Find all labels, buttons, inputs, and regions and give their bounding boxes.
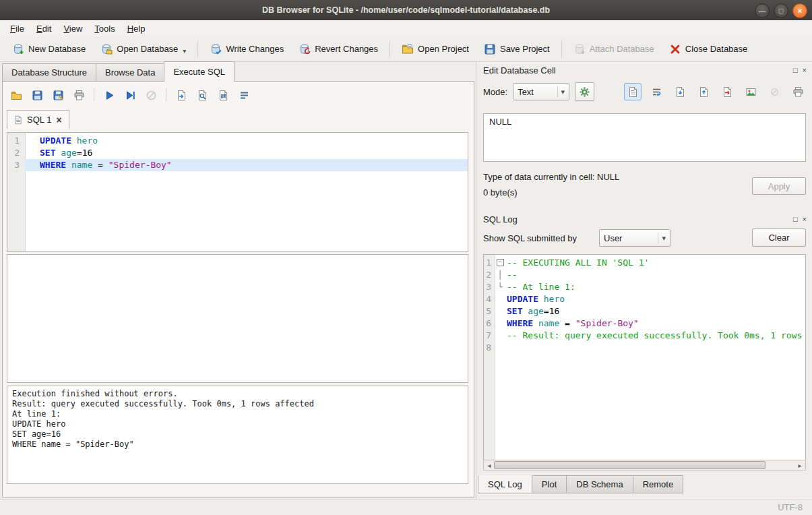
new-database-button[interactable]: New Database bbox=[5, 40, 92, 59]
code-text: -- EXECUTING ALL IN 'SQL 1' bbox=[505, 257, 805, 269]
text-mode-icon bbox=[627, 86, 639, 98]
float-icon[interactable]: □ bbox=[793, 215, 798, 224]
find-icon bbox=[196, 89, 208, 101]
menu-file[interactable]: File bbox=[4, 22, 30, 36]
toolbar-separator bbox=[166, 88, 166, 102]
fold-marker bbox=[495, 330, 505, 342]
bottom-tab-db-schema[interactable]: DB Schema bbox=[566, 475, 633, 493]
fold-marker[interactable]: − bbox=[495, 257, 505, 269]
cell-size-info: 0 byte(s) bbox=[483, 187, 518, 198]
code-line[interactable]: 4UPDATE hero bbox=[484, 293, 805, 305]
cell-value-editor[interactable]: NULL bbox=[483, 113, 806, 162]
export-text-button[interactable] bbox=[695, 83, 712, 100]
sql-file-tab[interactable]: SQL 1 × bbox=[7, 110, 69, 129]
execute-all-button[interactable] bbox=[100, 86, 119, 104]
results-grid[interactable] bbox=[7, 254, 468, 383]
execute-current-line-button[interactable] bbox=[121, 86, 139, 104]
word-wrap-button[interactable] bbox=[235, 86, 253, 104]
fold-marker bbox=[495, 293, 505, 305]
menu-help[interactable]: Help bbox=[121, 22, 152, 36]
export-text-icon bbox=[697, 86, 710, 98]
code-line[interactable]: 2SET age=16 bbox=[7, 147, 468, 159]
code-line[interactable]: 1−-- EXECUTING ALL IN 'SQL 1' bbox=[484, 257, 805, 269]
fold-marker bbox=[495, 342, 505, 354]
code-line[interactable]: 6WHERE name = "Spider-Boy" bbox=[484, 317, 805, 330]
open-database-button[interactable]: Open Database▾ bbox=[94, 40, 193, 59]
bottom-tab-remote[interactable]: Remote bbox=[633, 475, 684, 493]
fold-marker bbox=[495, 305, 505, 317]
close-icon[interactable]: × bbox=[803, 66, 807, 75]
line-number: 8 bbox=[484, 342, 495, 354]
menu-edit[interactable]: Edit bbox=[30, 22, 57, 36]
text-mode-button[interactable] bbox=[624, 83, 642, 100]
tab-close-icon[interactable]: × bbox=[55, 115, 62, 125]
log-filter-value: User bbox=[604, 233, 654, 243]
code-line[interactable]: 5SET age=16 bbox=[484, 305, 805, 317]
menu-tools[interactable]: Tools bbox=[88, 22, 121, 36]
export-results-icon bbox=[175, 89, 187, 101]
app-window: DB Browser for SQLite - /home/user/code/… bbox=[0, 0, 812, 515]
auto-switch-mode-button[interactable] bbox=[575, 82, 594, 101]
code-line[interactable]: 7-- Result: query executed successfully.… bbox=[484, 330, 805, 342]
scroll-left-icon[interactable]: ◂ bbox=[484, 462, 495, 469]
save-sql-file-button[interactable] bbox=[28, 86, 46, 104]
tab-database-structure[interactable]: Database Structure bbox=[2, 63, 96, 82]
print-button[interactable] bbox=[69, 86, 88, 104]
code-line[interactable]: 8 bbox=[484, 342, 805, 354]
close-database-button[interactable]: Close Database bbox=[662, 40, 755, 59]
print-cell-button[interactable] bbox=[789, 83, 807, 100]
bottom-tab-plot[interactable]: Plot bbox=[532, 475, 567, 493]
line-number: 6 bbox=[484, 317, 495, 330]
window-close-icon[interactable]: × bbox=[792, 3, 807, 18]
window-controls: — □ × bbox=[755, 3, 807, 18]
close-database-icon bbox=[669, 43, 681, 55]
sql-editor[interactable]: 1UPDATE hero2SET age=163WHERE name = "Sp… bbox=[7, 132, 468, 252]
find-button[interactable] bbox=[193, 86, 212, 104]
execution-message[interactable]: Execution finished without errors. Resul… bbox=[7, 386, 468, 484]
save-sql-file-as-button[interactable] bbox=[49, 86, 67, 104]
clear-log-button[interactable]: Clear bbox=[752, 229, 806, 247]
save-cell-as-button[interactable] bbox=[718, 83, 736, 100]
float-icon[interactable]: □ bbox=[793, 66, 798, 75]
close-icon[interactable]: × bbox=[803, 215, 807, 224]
replace-button[interactable] bbox=[214, 86, 232, 104]
menu-view[interactable]: View bbox=[57, 22, 88, 36]
write-changes-button[interactable]: Write Changes bbox=[203, 40, 290, 59]
scrollbar-thumb[interactable] bbox=[494, 461, 766, 469]
line-number: 1 bbox=[484, 257, 495, 269]
code-line[interactable]: 3WHERE name = "Spider-Boy" bbox=[7, 159, 468, 171]
bottom-tab-sql-log[interactable]: SQL Log bbox=[478, 475, 532, 493]
menu-label: Edit bbox=[36, 24, 51, 34]
export-results-button[interactable] bbox=[172, 86, 191, 104]
open-project-button[interactable]: Open Project bbox=[395, 40, 476, 59]
word-wrap-cell-button[interactable] bbox=[648, 83, 665, 100]
dropdown-caret-icon[interactable]: ▾ bbox=[183, 47, 186, 55]
titlebar[interactable]: DB Browser for SQLite - /home/user/code/… bbox=[0, 0, 812, 20]
import-text-button[interactable] bbox=[671, 83, 689, 100]
code-line[interactable]: 3└-- At line 1: bbox=[484, 281, 805, 293]
open-sql-file-button[interactable] bbox=[7, 86, 26, 104]
horizontal-scrollbar[interactable]: ◂ ▸ bbox=[483, 460, 806, 471]
maximize-icon[interactable]: □ bbox=[774, 3, 788, 18]
tab-browse-data[interactable]: Browse Data bbox=[96, 63, 164, 82]
code-line[interactable]: 2│-- bbox=[484, 269, 805, 281]
scroll-right-icon[interactable]: ▸ bbox=[794, 462, 805, 469]
log-filter-select[interactable]: User ▾ bbox=[599, 229, 670, 247]
open-image-button[interactable] bbox=[742, 83, 759, 100]
save-project-button[interactable]: Save Project bbox=[477, 40, 557, 59]
revert-changes-button[interactable]: Revert Changes bbox=[292, 40, 385, 59]
code-line[interactable]: 1UPDATE hero bbox=[7, 135, 468, 147]
tab-execute-sql[interactable]: Execute SQL bbox=[164, 61, 235, 82]
mode-select[interactable]: Text ▾ bbox=[513, 83, 569, 100]
tab-label: Browse Data bbox=[105, 67, 155, 78]
tab-label: Execute SQL bbox=[173, 67, 225, 77]
sql-editor-toolbar bbox=[7, 86, 253, 104]
minimize-icon[interactable]: — bbox=[755, 3, 770, 18]
print-icon bbox=[73, 89, 85, 101]
sql-log-view[interactable]: 1−-- EXECUTING ALL IN 'SQL 1'2│--3└-- At… bbox=[483, 254, 806, 461]
new-database-icon bbox=[12, 43, 24, 55]
combo-arrow-icon: ▾ bbox=[658, 233, 666, 243]
line-number: 7 bbox=[484, 330, 495, 342]
collapse-icon[interactable]: − bbox=[497, 259, 504, 266]
open-image-icon bbox=[745, 86, 757, 98]
